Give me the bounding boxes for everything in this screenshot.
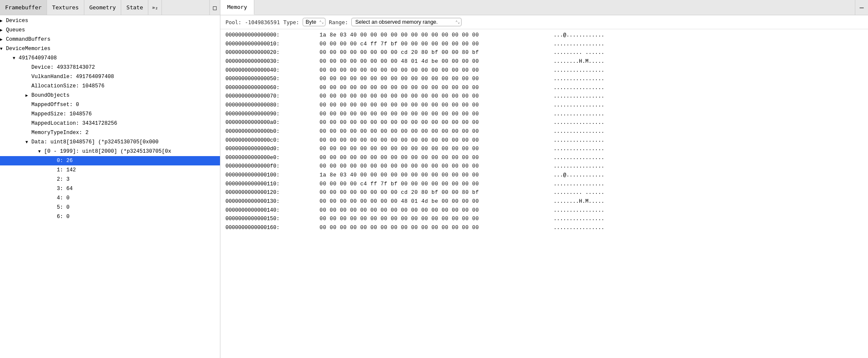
tree-item-mappedlocation[interactable]: MappedLocation: 34341728256 xyxy=(0,119,220,128)
indent-spacer xyxy=(25,166,38,174)
hex-ascii: ................ xyxy=(554,66,604,75)
tree-arrow xyxy=(51,195,57,202)
tree-arrow xyxy=(25,111,31,118)
tab-state[interactable]: State xyxy=(121,0,148,15)
hex-row: 0000000000000110: 00 00 00 00 c4 ff 7f b… xyxy=(225,180,863,189)
hex-address: 00000000000000e0: xyxy=(225,154,314,162)
tree-item-item6[interactable]: 6: 0 xyxy=(0,212,220,221)
hex-address: 0000000000000000: xyxy=(225,31,314,40)
tree-item-mappedsize[interactable]: MappedSize: 1048576 xyxy=(0,109,220,119)
hex-row: 00000000000000f0: 00 00 00 00 00 00 00 0… xyxy=(225,162,863,171)
hex-bytes: 1a 8e 03 40 00 00 00 00 00 00 00 00 00 0… xyxy=(320,171,548,180)
tab-memory[interactable]: Memory xyxy=(220,0,254,15)
tree-item-label: BoundObjects xyxy=(31,92,70,98)
tree-item-item1[interactable]: 1: 142 xyxy=(0,165,220,175)
tree-item-queues[interactable]: ▶Queues xyxy=(0,25,220,35)
hex-bytes: 00 00 00 00 00 00 00 00 00 00 00 00 00 0… xyxy=(320,206,548,215)
range-select[interactable]: Select an observed memory range. xyxy=(351,18,462,26)
tree-item-item5[interactable]: 5: 0 xyxy=(0,203,220,212)
hex-address: 00000000000000f0: xyxy=(225,162,314,171)
indent-spacer xyxy=(13,166,25,174)
indent-spacer xyxy=(0,213,13,221)
tab-framebuffer[interactable]: Framebuffer xyxy=(0,0,47,15)
tab-textures[interactable]: Textures xyxy=(47,0,84,15)
indent-spacer xyxy=(0,166,13,174)
tree-arrow: ▼ xyxy=(25,139,31,146)
tree-item-item3[interactable]: 3: 64 xyxy=(0,184,220,193)
tree-item-label: MappedLocation: 34341728256 xyxy=(31,120,117,126)
left-panel: Framebuffer Textures Geometry State »₂ □… xyxy=(0,0,220,358)
hex-bytes: 00 00 00 00 00 00 00 00 00 00 00 00 00 0… xyxy=(320,224,548,232)
indent-spacer xyxy=(0,82,13,90)
hex-bytes: 00 00 00 00 00 00 00 00 cd 20 80 bf 00 0… xyxy=(320,48,548,57)
hex-bytes: 00 00 00 00 00 00 00 00 48 01 4d be 00 0… xyxy=(320,197,548,206)
hex-address: 0000000000000070: xyxy=(225,92,314,101)
tree-item-item4[interactable]: 4: 0 xyxy=(0,193,220,203)
tree-item-memorytypeindex[interactable]: MemoryTypeIndex: 2 xyxy=(0,128,220,137)
tree-item-mem491764097408[interactable]: ▼491764097408 xyxy=(0,53,220,63)
indent-spacer xyxy=(0,185,13,193)
hex-address: 0000000000000090: xyxy=(225,110,314,119)
tree-item-mappedoffset[interactable]: MappedOffset: 0 xyxy=(0,100,220,109)
hex-address: 0000000000000080: xyxy=(225,101,314,110)
indent-spacer xyxy=(13,157,25,165)
hex-ascii: ................ xyxy=(554,75,604,84)
indent-spacer xyxy=(13,82,25,90)
tree-item-label: 0: 26 xyxy=(57,158,73,164)
window-button[interactable]: □ xyxy=(209,0,220,15)
range-select-wrapper: Select an observed memory range. xyxy=(351,18,462,26)
tab-spacer xyxy=(162,0,209,15)
tree-arrow xyxy=(25,120,31,127)
indent-spacer xyxy=(0,119,13,128)
memory-controls: Pool: -1049836591 Type: Byte Range: Sele… xyxy=(220,15,868,29)
tab-geometry[interactable]: Geometry xyxy=(84,0,122,15)
tree-item-label: 5: 0 xyxy=(57,204,70,210)
hex-row: 0000000000000120: 00 00 00 00 00 00 00 0… xyxy=(225,188,863,197)
indent-spacer xyxy=(13,194,25,202)
hex-address: 00000000000000c0: xyxy=(225,136,314,145)
hex-ascii: ................ xyxy=(554,215,604,224)
hex-bytes: 00 00 00 00 00 00 00 00 00 00 00 00 00 0… xyxy=(320,162,548,171)
hex-address: 00000000000000d0: xyxy=(225,145,314,154)
tree-item-allocationsize[interactable]: AllocationSize: 1048576 xyxy=(0,81,220,91)
minimize-button[interactable]: — xyxy=(855,0,868,15)
indent-spacer xyxy=(0,138,13,146)
type-select[interactable]: Byte xyxy=(303,18,326,26)
tree-item-vulkanhandle[interactable]: VulkanHandle: 491764097408 xyxy=(0,72,220,81)
tree-item-commandbuffers[interactable]: ▶CommandBuffers xyxy=(0,35,220,44)
tree-item-devicememories[interactable]: ▼DeviceMemories xyxy=(0,44,220,53)
hex-ascii: ................ xyxy=(554,180,604,189)
tree-item-item0[interactable]: 0: 26 xyxy=(0,156,220,165)
tree-arrow xyxy=(25,83,31,90)
indent-spacer xyxy=(0,110,13,118)
tree-item-device[interactable]: Device: 493378143072 xyxy=(0,63,220,72)
tree-item-data[interactable]: ▼Data: uint8[1048576] (*p3245130705[0x00… xyxy=(0,137,220,147)
tree-arrow xyxy=(51,214,57,221)
indent-spacer xyxy=(25,203,38,212)
tree-item-devices[interactable]: ▶Devices xyxy=(0,16,220,25)
hex-bytes: 00 00 00 00 00 00 00 00 00 00 00 00 00 0… xyxy=(320,66,548,75)
hex-bytes: 00 00 00 00 00 00 00 00 00 00 00 00 00 0… xyxy=(320,145,548,154)
indent-spacer xyxy=(13,147,25,156)
hex-row: 00000000000000e0: 00 00 00 00 00 00 00 0… xyxy=(225,154,863,162)
indent-spacer xyxy=(0,194,13,202)
tree-item-item2[interactable]: 2: 3 xyxy=(0,175,220,184)
tree-arrow: ▶ xyxy=(0,36,6,43)
indent-spacer xyxy=(13,110,25,118)
tab-overflow[interactable]: »₂ xyxy=(148,0,161,15)
tree-item-range0[interactable]: ▼[0 - 1999]: uint8[2000] (*p3245130705[0… xyxy=(0,147,220,156)
tree-arrow xyxy=(25,74,31,81)
hex-address: 0000000000000100: xyxy=(225,171,314,180)
indent-spacer xyxy=(25,185,38,193)
tree-arrow: ▶ xyxy=(25,92,31,99)
hex-address: 0000000000000140: xyxy=(225,206,314,215)
hex-bytes: 00 00 00 00 00 00 00 00 00 00 00 00 00 0… xyxy=(320,110,548,119)
tree-item-boundobjects[interactable]: ▶BoundObjects xyxy=(0,91,220,100)
hex-address: 0000000000000050: xyxy=(225,75,314,84)
hex-row: 0000000000000040: 00 00 00 00 00 00 00 0… xyxy=(225,66,863,75)
indent-spacer xyxy=(13,129,25,137)
indent-spacer xyxy=(38,157,51,165)
indent-spacer xyxy=(25,147,38,156)
hex-row: 0000000000000100: 1a 8e 03 40 00 00 00 0… xyxy=(225,171,863,180)
hex-ascii: ................ xyxy=(554,110,604,119)
